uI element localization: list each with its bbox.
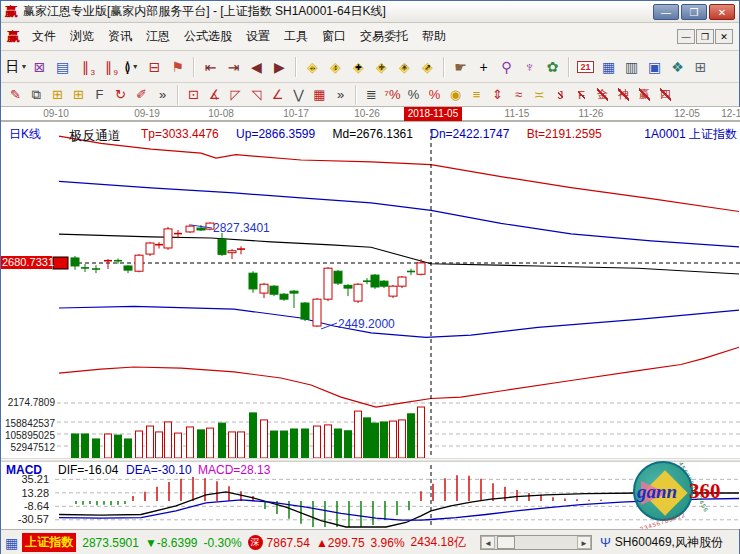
calculator-icon[interactable]: ▦ [597, 55, 620, 79]
gold-lines-icon[interactable]: ≡ [466, 85, 487, 105]
pan-hand-icon[interactable]: ☛ [449, 55, 472, 79]
menu-item-资讯[interactable]: 资讯 [101, 25, 139, 48]
volume-macd-splitter[interactable] [1, 458, 740, 462]
menu-item-江恩[interactable]: 江恩 [139, 25, 177, 48]
kline-minor-cycle-icon[interactable]: ∥3 [74, 55, 97, 79]
mdi-minimize-button[interactable]: — [677, 29, 695, 44]
next-bar-button[interactable]: ▶ [268, 55, 291, 79]
trend-lines-icon[interactable]: ∠ [267, 85, 288, 105]
mdi-close-button[interactable]: ✕ [715, 29, 733, 44]
golden-grid-icon[interactable]: ⊞ [47, 85, 68, 105]
magnifier-icon[interactable]: ⚲ [495, 55, 518, 79]
flower-tool-icon[interactable]: ✿ [541, 55, 564, 79]
shenzhen-badge-icon[interactable]: 深 [248, 535, 263, 550]
angle-j-icon[interactable]: J [550, 85, 571, 105]
zoom-h-icon[interactable]: ◈↔ [301, 55, 324, 79]
candle-style-selector[interactable]: ≬▼ [120, 55, 143, 79]
zoom-v-icon[interactable]: ◈↕ [324, 55, 347, 79]
scroll-thumb[interactable] [497, 536, 515, 549]
scroll-left-button[interactable]: ◄ [481, 536, 495, 549]
percent-icon[interactable]: % [403, 85, 424, 105]
flag-marker-icon[interactable]: ⚑ [166, 55, 189, 79]
panel-layout-icon[interactable]: ⊟ [143, 55, 166, 79]
gann-anchor-icon[interactable]: ♆ [518, 55, 541, 79]
measure-icon[interactable]: ⇕ [487, 85, 508, 105]
first-bar-button[interactable]: ⇤ [199, 55, 222, 79]
network-window-icon[interactable]: ⊠ [28, 55, 51, 79]
menu-item-窗口[interactable]: 窗口 [315, 25, 353, 48]
maximize-button[interactable]: ❐ [681, 4, 707, 20]
brush-icon[interactable]: ✎ [5, 85, 26, 105]
save-icon[interactable]: ▣ [643, 55, 666, 79]
scroll-track[interactable] [495, 536, 577, 549]
channel-tp-value: Tp=3033.4476 [141, 127, 219, 141]
menu-item-工具[interactable]: 工具 [277, 25, 315, 48]
grid-overlay-icon[interactable]: ▦ [309, 85, 330, 105]
minimize-button[interactable]: — [653, 4, 679, 20]
price-grid-icon[interactable]: ⊞ [68, 85, 89, 105]
angle-shen-icon[interactable]: 神 [613, 85, 634, 105]
scroll-right-button[interactable]: ► [577, 536, 591, 549]
index-price: 2873.5901 [82, 536, 139, 550]
zoom-reset-icon[interactable]: ◈↗ [416, 55, 439, 79]
pen-grid-icon[interactable]: ✐ [131, 85, 152, 105]
zoom-fit-icon[interactable]: ◈✳ [393, 55, 416, 79]
crosshair-icon[interactable]: + [472, 55, 495, 79]
printer-icon[interactable]: ⊞ [689, 55, 712, 79]
zoom-in-icon[interactable]: ◈✚ [347, 55, 370, 79]
ray-box-icon[interactable]: ◹ [246, 85, 267, 105]
fan-box-icon[interactable]: ◸ [225, 85, 246, 105]
kline-major-cycle-icon[interactable]: ∥9 [97, 55, 120, 79]
logo-gann-text: gann [637, 481, 677, 503]
period-day-selector[interactable]: 日▼ [5, 55, 28, 79]
gann-box-icon[interactable]: ⊡ [183, 85, 204, 105]
gold-band-icon[interactable]: ≍ [529, 85, 550, 105]
angle-f-icon[interactable]: F [571, 85, 592, 105]
more-draw-tools-button[interactable]: » [330, 85, 351, 105]
quote-grid-icon[interactable]: ▦ [5, 535, 18, 551]
date-tick-10-08: 10-08 [208, 108, 234, 119]
angle-four-icon[interactable]: 四 [655, 85, 676, 105]
remote-pc-icon[interactable]: ❖ [666, 55, 689, 79]
gann-grid-icon[interactable]: ⧉ [26, 85, 47, 105]
date-tick-09-19: 09-19 [134, 108, 160, 119]
last-bar-button[interactable]: ⇥ [222, 55, 245, 79]
angle-win-icon[interactable]: 赢 [634, 85, 655, 105]
cycle-grid-icon[interactable]: ↻ [110, 85, 131, 105]
angle-gold-icon[interactable]: 金 [592, 85, 613, 105]
mdi-restore-button[interactable]: ❐ [696, 29, 714, 44]
macd-scale-3: -8.64 [1, 500, 49, 512]
sz-index-change: ▲299.75 [316, 536, 365, 550]
notebook-icon[interactable]: ▥ [620, 55, 643, 79]
date-tick-11-26: 11-26 [579, 108, 604, 119]
date-tick-12-05: 12-05 [674, 108, 700, 119]
menu-item-浏览[interactable]: 浏览 [63, 25, 101, 48]
more-grid-tools-button[interactable]: » [152, 85, 173, 105]
channel-bt-value: Bt=2191.2595 [527, 127, 602, 141]
fib-grid-icon[interactable]: F [89, 85, 110, 105]
index-name-badge[interactable]: 上证指数 [22, 533, 76, 552]
chart-area[interactable]: 09-1009-1910-0810-1710-2611-1511-2612-05… [1, 107, 740, 529]
scale-list-icon[interactable]: ≣ [361, 85, 382, 105]
status-scrollbar[interactable]: ◄ ► [480, 535, 592, 550]
window-title: 赢家江恩专业版[赢家内部服务平台] - [上证指数 SH1A0001-64日K线… [23, 3, 386, 20]
zigzag-icon[interactable]: ⋁ [288, 85, 309, 105]
menu-item-设置[interactable]: 设置 [239, 25, 277, 48]
channel-md-value: Md=2676.1361 [333, 127, 413, 141]
percent-7-icon[interactable]: ⁷% [382, 85, 403, 105]
info-list-icon[interactable]: ▤ [51, 55, 74, 79]
zoom-out-icon[interactable]: ◈✛ [370, 55, 393, 79]
menu-item-文件[interactable]: 文件 [25, 25, 63, 48]
menu-logo-icon: 赢 [7, 28, 20, 46]
close-button[interactable]: ✕ [709, 4, 735, 20]
calendar-icon[interactable]: 21 [574, 55, 597, 79]
menu-item-交易委托[interactable]: 交易委托 [353, 25, 415, 48]
gann-fan-icon[interactable]: ∡ [204, 85, 225, 105]
wave-icon[interactable]: ≈ [508, 85, 529, 105]
drawing-toolbar: ✎⧉⊞⊞F↻✐»⊡∡◸◹∠⋁▦»≣⁷%%%◉≡⇕≈≍JF金神赢四 [1, 83, 739, 107]
gold-circle-icon[interactable]: ◉ [445, 85, 466, 105]
menu-item-公式选股[interactable]: 公式选股 [177, 25, 239, 48]
menu-item-帮助[interactable]: 帮助 [415, 25, 453, 48]
prev-bar-button[interactable]: ◀ [245, 55, 268, 79]
percent-gold-icon[interactable]: % [424, 85, 445, 105]
